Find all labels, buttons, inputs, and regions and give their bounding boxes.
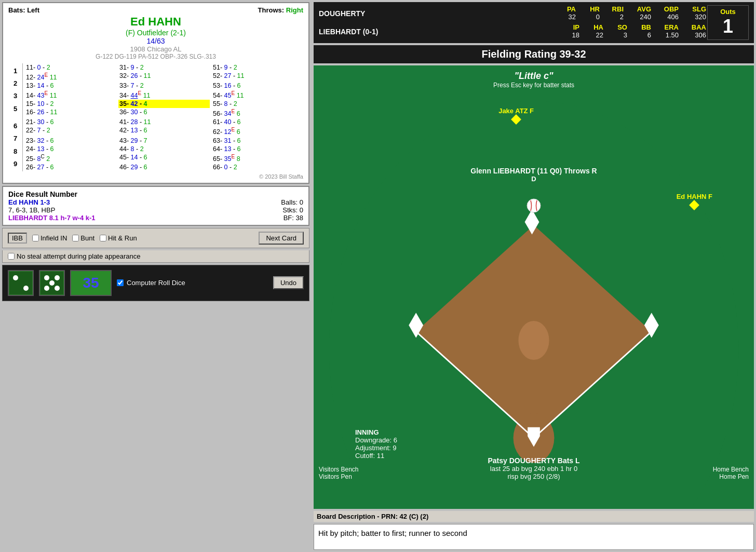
throws-value: Right bbox=[286, 6, 303, 14]
dice-icon-2 bbox=[39, 270, 65, 296]
dice-cell: 44- 8 - 2 bbox=[118, 145, 210, 153]
sb-h-baa: BAA bbox=[688, 23, 706, 31]
balls-label: Balls: bbox=[281, 198, 298, 206]
player-stats: G-122 DG-119 PA-512 OBP-.326 SLG-.313 bbox=[8, 53, 303, 60]
dice-number-display: 35 bbox=[70, 270, 112, 296]
bf-value: 38 bbox=[296, 214, 303, 222]
infield-in-label: Infield IN bbox=[40, 234, 67, 242]
sb-h-ip: IP bbox=[565, 23, 579, 31]
jake-atz-label: Jake ATZ F bbox=[498, 107, 534, 115]
batter-headers: PA HR RBI AVG OBP SLG bbox=[403, 5, 706, 13]
visitors-bench-area: Visitors Bench Visitors Pen bbox=[319, 466, 358, 480]
batter-name-field: Patsy DOUGHERTY Bats L bbox=[488, 456, 579, 465]
scoreboard: DOUGHERTY PA HR RBI AVG OBP SLG 32 0 2 2… bbox=[314, 2, 754, 43]
pitcher-sub: D bbox=[470, 175, 597, 183]
home-bench-label: Home Bench bbox=[713, 466, 749, 473]
bunt-checkbox[interactable] bbox=[72, 235, 79, 241]
dice-cell: 26- 27 - 6 bbox=[25, 163, 116, 171]
visitors-pen-label: Visitors Pen bbox=[319, 473, 358, 480]
dice-cell: 15- 10 - 2 bbox=[25, 100, 116, 108]
outfielder-jake-atz: Jake ATZ F bbox=[498, 107, 534, 123]
computer-roll-label: Computer Roll Dice bbox=[127, 279, 185, 287]
pitcher-label: Glenn LIEBHARDT (11 Q0) Throws R D bbox=[470, 167, 597, 183]
stks-line: Stks: 0 bbox=[282, 206, 303, 214]
svg-point-2 bbox=[44, 275, 49, 280]
computer-roll: Computer Roll Dice bbox=[117, 279, 185, 287]
dice-result-section: Dice Result Number Ed HAHN 1-3 7, 6-3, 1… bbox=[2, 186, 309, 226]
dice-row-9b: 26- 27 - 6 46- 29 - 6 66- 0 - 2 bbox=[25, 163, 303, 171]
balls-line: Balls: 0 bbox=[281, 198, 303, 206]
undo-button[interactable]: Undo bbox=[273, 276, 304, 289]
adjustment-label: Adjustment: 9 bbox=[355, 444, 397, 452]
svg-point-8 bbox=[518, 321, 549, 360]
ed-hahn-field: Ed HAHN F bbox=[677, 193, 712, 209]
sb-h-ha: HA bbox=[589, 23, 603, 31]
dice-cell: 45- 14 - 6 bbox=[118, 153, 210, 163]
svg-point-16 bbox=[527, 199, 541, 212]
dice-cell: 34- 44E 11 bbox=[118, 90, 210, 100]
board-desc-label: Board Description - PRN: 42 (C) (2) bbox=[314, 511, 754, 522]
next-card-button[interactable]: Next Card bbox=[259, 232, 304, 245]
dice-cell: 62- 12E 6 bbox=[212, 126, 303, 136]
batter-info-field: Patsy DOUGHERTY Bats L last 25 ab bvg 24… bbox=[488, 456, 579, 480]
dice-cell: 21- 30 - 6 bbox=[25, 118, 116, 126]
dice-cell-highlight: 35- 42 - 4 bbox=[118, 100, 210, 108]
dice-row-7: 21- 30 - 6 41- 28 - 11 61- 40 - 6 bbox=[25, 118, 303, 126]
dice-cell: 31- 9 - 2 bbox=[118, 63, 210, 72]
hit-run-checkbox-label[interactable]: Hit & Run bbox=[100, 234, 137, 242]
dice-cell: 25- 8C 2 bbox=[25, 153, 116, 163]
no-steal-checkbox[interactable] bbox=[8, 253, 15, 260]
sb-h-hr: HR bbox=[585, 5, 600, 13]
dice-cell: 42- 13 - 6 bbox=[118, 126, 210, 136]
home-bench-area: Home Bench Home Pen bbox=[713, 466, 749, 480]
batter-name-sb: DOUGHERTY bbox=[319, 9, 402, 18]
no-steal-checkbox-label[interactable]: No steal attempt during plate appearance bbox=[8, 252, 141, 260]
dice-cell: 53- 16 - 6 bbox=[212, 82, 303, 90]
computer-roll-checkbox[interactable] bbox=[117, 279, 124, 286]
inning-label: INNING bbox=[355, 428, 397, 436]
batter-line1: last 25 ab bvg 240 ebh 1 hr 0 bbox=[488, 465, 579, 473]
player-record: 14/63 bbox=[8, 37, 303, 45]
dice-cell: 64- 13 - 6 bbox=[212, 145, 303, 153]
ed-hahn-field-label: Ed HAHN F bbox=[677, 193, 712, 200]
hit-run-checkbox[interactable] bbox=[100, 235, 106, 241]
outs-label: Outs bbox=[720, 8, 736, 16]
pitcher-values-sb: 18 22 3 6 1.50 306 bbox=[403, 31, 706, 39]
dice-row-8: 23- 32 - 6 43- 29 - 7 63- 31 - 6 bbox=[25, 137, 303, 145]
field-container: "Little c" Press Esc key for batter stat… bbox=[314, 65, 754, 509]
dice-cell: 52- 27 - 11 bbox=[212, 72, 303, 82]
row-numbers-col: 1 2 3 5 6 7 8 9 bbox=[8, 63, 23, 171]
little-c-label: "Little c" Press Esc key for batter stat… bbox=[493, 71, 574, 89]
dice-pitcher-line: LIEBHARDT 8.1 h-7 w-4 k-1 bbox=[8, 214, 276, 222]
batter-stats-sb: PA HR RBI AVG OBP SLG 32 0 2 240 406 320 bbox=[403, 5, 706, 22]
pitcher-stats-sb: IP HA SO BB ERA BAA 18 22 3 6 1.50 306 bbox=[403, 23, 706, 41]
bats-info: Bats: Left bbox=[8, 6, 39, 14]
dice-cell: 41- 28 - 11 bbox=[118, 118, 210, 126]
svg-point-0 bbox=[13, 275, 18, 280]
sb-h-bb: BB bbox=[637, 23, 651, 31]
dice-grid: 11- 0 - 2 31- 9 - 2 51- 9 - 2 12- 24E 11… bbox=[25, 63, 303, 171]
infield-in-checkbox-label[interactable]: Infield IN bbox=[32, 234, 67, 242]
bats-label: Bats: bbox=[8, 6, 25, 14]
buttons-row: IBB Infield IN Bunt Hit & Run Next Card bbox=[2, 228, 309, 248]
outs-value: 1 bbox=[723, 16, 733, 37]
dice-cell: 63- 31 - 6 bbox=[212, 137, 303, 145]
bunt-checkbox-label[interactable]: Bunt bbox=[72, 234, 95, 242]
batter-line2: risp bvg 250 (2/8) bbox=[488, 473, 579, 480]
no-steal-row: No steal attempt during plate appearance bbox=[2, 250, 309, 263]
dice-result-right: Balls: 0 Stks: 0 BF: 38 bbox=[281, 198, 303, 222]
sb-v-hr: 0 bbox=[585, 13, 600, 21]
card-header: Bats: Left Throws: Right bbox=[8, 6, 303, 14]
ibb-button[interactable]: IBB bbox=[8, 233, 27, 244]
pitcher-name-field: Glenn LIEBHARDT (11 Q0) Throws R bbox=[470, 167, 597, 175]
dice-cell: 14- 43E 11 bbox=[25, 90, 116, 100]
dice-cell: 46- 29 - 6 bbox=[118, 163, 210, 171]
dice-player-name: Ed HAHN 1-3 bbox=[8, 198, 276, 206]
infield-in-checkbox[interactable] bbox=[32, 235, 39, 241]
bats-value: Left bbox=[27, 6, 39, 14]
dice-row-6: 16- 26 - 11 36- 30 - 6 56- 34E 6 bbox=[25, 108, 303, 118]
dice-cell: 66- 0 - 2 bbox=[212, 163, 303, 171]
board-desc-box: Hit by pitch; batter to first; runner to… bbox=[314, 524, 754, 550]
right-panel: DOUGHERTY PA HR RBI AVG OBP SLG 32 0 2 2… bbox=[312, 0, 756, 552]
dice-cell: 24- 13 - 6 bbox=[25, 145, 116, 153]
